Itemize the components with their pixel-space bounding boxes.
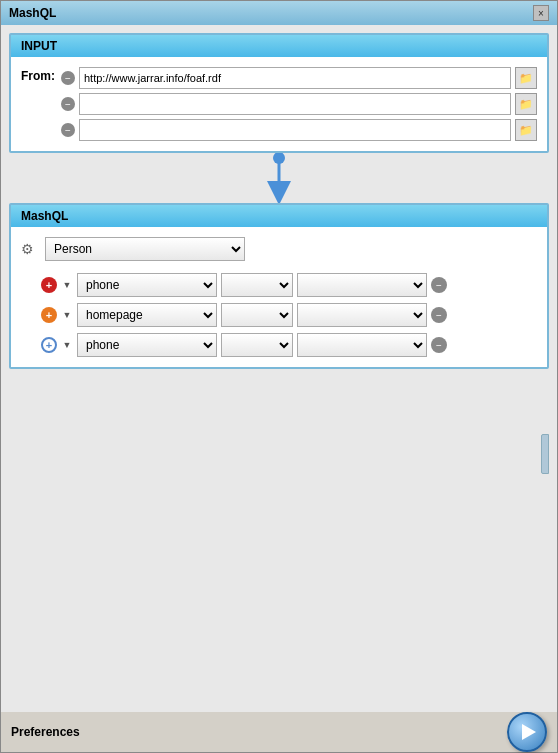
- field-select-3[interactable]: phone: [77, 333, 217, 357]
- from-inputs: − 📁 −: [61, 67, 537, 141]
- remove-icon-1: −: [436, 280, 442, 291]
- connector-arrow: [259, 153, 299, 203]
- mashql-panel-wrapper: MashQL ⚙ Person +: [9, 203, 549, 704]
- input-panel-body: From: − 📁 −: [11, 57, 547, 151]
- url-input-1[interactable]: [79, 67, 511, 89]
- folder-button-2[interactable]: 📁: [515, 93, 537, 115]
- from-row: From: − 📁 −: [21, 67, 537, 141]
- remove-input-1[interactable]: −: [61, 71, 75, 85]
- input-row-3: − 📁: [61, 119, 537, 141]
- expand-arrow-3[interactable]: ▼: [61, 339, 73, 351]
- bottom-bar: Preferences: [1, 712, 557, 752]
- expand-arrow-1[interactable]: ▼: [61, 279, 73, 291]
- input-row-1: − 📁: [61, 67, 537, 89]
- remove-icon-3: −: [436, 340, 442, 351]
- folder-icon-2: 📁: [519, 98, 533, 111]
- folder-button-3[interactable]: 📁: [515, 119, 537, 141]
- condition-select-1[interactable]: [221, 273, 293, 297]
- value-select-1[interactable]: [297, 273, 427, 297]
- folder-button-1[interactable]: 📁: [515, 67, 537, 89]
- condition-select-2[interactable]: [221, 303, 293, 327]
- main-window: MashQL × INPUT From: − 📁: [0, 0, 558, 753]
- minus-icon-1: −: [65, 73, 71, 84]
- svg-point-0: [273, 153, 285, 164]
- query-rows: + ▼ phone: [21, 273, 537, 357]
- remove-icon-2: −: [436, 310, 442, 321]
- plus-icon-2: +: [46, 309, 52, 321]
- mashql-panel-header: MashQL: [11, 205, 547, 227]
- query-row-3: + ▼ phone: [41, 333, 537, 357]
- gear-icon[interactable]: ⚙: [21, 241, 37, 257]
- side-handle[interactable]: [541, 434, 549, 474]
- gear-row: ⚙ Person: [21, 237, 537, 261]
- expand-arrow-2[interactable]: ▼: [61, 309, 73, 321]
- remove-input-2[interactable]: −: [61, 97, 75, 111]
- folder-icon-1: 📁: [519, 72, 533, 85]
- plus-icon-1: +: [46, 279, 52, 291]
- field-select-2[interactable]: homepage: [77, 303, 217, 327]
- url-input-3[interactable]: [79, 119, 511, 141]
- add-circle-3[interactable]: +: [41, 337, 57, 353]
- minus-icon-2: −: [65, 99, 71, 110]
- input-row-2: − 📁: [61, 93, 537, 115]
- value-select-3[interactable]: [297, 333, 427, 357]
- query-row-1: + ▼ phone: [41, 273, 537, 297]
- input-panel-header: INPUT: [11, 35, 547, 57]
- folder-icon-3: 📁: [519, 124, 533, 137]
- input-panel: INPUT From: − 📁: [9, 33, 549, 153]
- play-triangle-icon: [522, 724, 536, 740]
- minus-icon-3: −: [65, 125, 71, 136]
- preferences-button[interactable]: Preferences: [11, 725, 80, 739]
- remove-row-1[interactable]: −: [431, 277, 447, 293]
- add-circle-2[interactable]: +: [41, 307, 57, 323]
- from-label: From:: [21, 67, 55, 83]
- remove-row-3[interactable]: −: [431, 337, 447, 353]
- query-row-2: + ▼ homepage: [41, 303, 537, 327]
- field-select-1[interactable]: phone: [77, 273, 217, 297]
- main-content: INPUT From: − 📁: [1, 25, 557, 712]
- plus-icon-3: +: [46, 339, 52, 351]
- value-select-2[interactable]: [297, 303, 427, 327]
- play-button[interactable]: [507, 712, 547, 752]
- remove-input-3[interactable]: −: [61, 123, 75, 137]
- close-button[interactable]: ×: [533, 5, 549, 21]
- remove-row-2[interactable]: −: [431, 307, 447, 323]
- person-select[interactable]: Person: [45, 237, 245, 261]
- arrow-connector: [9, 153, 549, 203]
- window-title: MashQL: [9, 6, 56, 20]
- url-input-2[interactable]: [79, 93, 511, 115]
- mashql-body: ⚙ Person + ▼: [11, 227, 547, 367]
- add-circle-1[interactable]: +: [41, 277, 57, 293]
- title-bar: MashQL ×: [1, 1, 557, 25]
- condition-select-3[interactable]: [221, 333, 293, 357]
- mashql-panel: MashQL ⚙ Person +: [9, 203, 549, 369]
